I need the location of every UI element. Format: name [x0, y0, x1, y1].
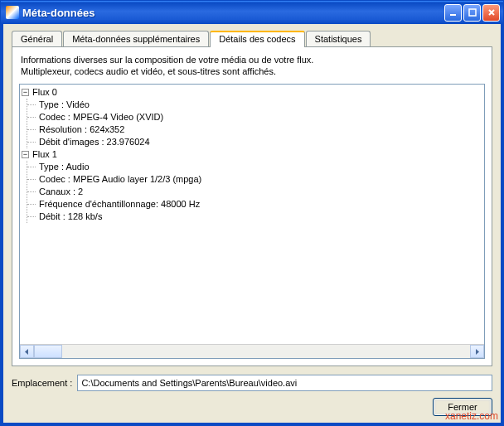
- location-input[interactable]: [77, 375, 492, 391]
- minimize-icon: [449, 8, 458, 17]
- stream-label: Flux 1: [32, 148, 57, 161]
- window-buttons: [444, 4, 500, 22]
- stream-header[interactable]: − Flux 0: [22, 86, 484, 99]
- titlebar[interactable]: Méta-données: [1, 1, 503, 24]
- stream-header[interactable]: − Flux 1: [22, 148, 484, 161]
- collapse-icon[interactable]: −: [22, 89, 29, 96]
- property: Type : Audio: [39, 161, 484, 173]
- horizontal-scrollbar[interactable]: [20, 344, 484, 358]
- property: Codec : MPEG-4 Video (XVID): [39, 111, 484, 123]
- stream-children: Type : Audio Codec : MPEG Audio layer 1/…: [27, 161, 484, 223]
- stream-label: Flux 0: [32, 86, 57, 99]
- button-row: Fermer: [12, 398, 492, 416]
- tab-extra-metadata[interactable]: Méta-données supplémentaires: [63, 31, 209, 46]
- tabs-container: Général Méta-données supplémentaires Dét…: [12, 31, 492, 366]
- tab-statistics[interactable]: Statistiques: [306, 31, 371, 46]
- svg-rect-0: [450, 14, 456, 16]
- tab-page: Informations diverses sur la composition…: [12, 46, 492, 366]
- property: Fréquence d'échantillonnage: 48000 Hz: [39, 198, 484, 211]
- window: Méta-données Général Méta-données supplé…: [0, 0, 504, 426]
- stream-children: Type : Vidéo Codec : MPEG-4 Video (XVID)…: [27, 99, 484, 148]
- tree-scroll[interactable]: − Flux 0 Type : Vidéo Codec : MPEG-4 Vid…: [20, 85, 484, 344]
- description-line1: Informations diverses sur la composition…: [21, 55, 313, 65]
- chevron-right-icon: [474, 349, 480, 355]
- stream-node: − Flux 1 Type : Audio Codec : MPEG Audio…: [22, 148, 484, 223]
- scroll-right-button[interactable]: [470, 345, 484, 358]
- description-line2: Multiplexeur, codecs audio et vidéo, et …: [21, 66, 276, 76]
- location-label: Emplacement :: [12, 378, 72, 388]
- description: Informations diverses sur la composition…: [21, 54, 485, 77]
- property: Débit d'images : 23.976024: [39, 136, 484, 148]
- chevron-left-icon: [24, 349, 30, 355]
- client-area: Général Méta-données supplémentaires Dét…: [1, 24, 503, 425]
- maximize-icon: [468, 8, 477, 17]
- close-button[interactable]: [482, 4, 500, 22]
- property: Débit : 128 kb/s: [39, 211, 484, 223]
- property: Résolution : 624x352: [39, 123, 484, 136]
- close-dialog-button[interactable]: Fermer: [433, 398, 492, 416]
- property: Canaux : 2: [39, 186, 484, 198]
- location-row: Emplacement :: [12, 375, 492, 391]
- maximize-button[interactable]: [463, 4, 481, 22]
- property: Codec : MPEG Audio layer 1/2/3 (mpga): [39, 173, 484, 186]
- tab-general[interactable]: Général: [12, 31, 62, 46]
- app-icon: [6, 6, 19, 19]
- tabs-row: Général Méta-données supplémentaires Dét…: [12, 31, 492, 46]
- stream-node: − Flux 0 Type : Vidéo Codec : MPEG-4 Vid…: [22, 86, 484, 148]
- minimize-button[interactable]: [444, 4, 462, 22]
- scroll-thumb[interactable]: [34, 345, 62, 358]
- collapse-icon[interactable]: −: [22, 151, 29, 158]
- codec-tree: − Flux 0 Type : Vidéo Codec : MPEG-4 Vid…: [19, 84, 485, 359]
- property: Type : Vidéo: [39, 99, 484, 111]
- tab-codec-details[interactable]: Détails des codecs: [210, 31, 304, 47]
- close-icon: [487, 8, 496, 17]
- scroll-track[interactable]: [34, 345, 470, 358]
- window-title: Méta-données: [22, 7, 444, 19]
- scroll-left-button[interactable]: [20, 345, 34, 358]
- svg-rect-1: [469, 9, 476, 16]
